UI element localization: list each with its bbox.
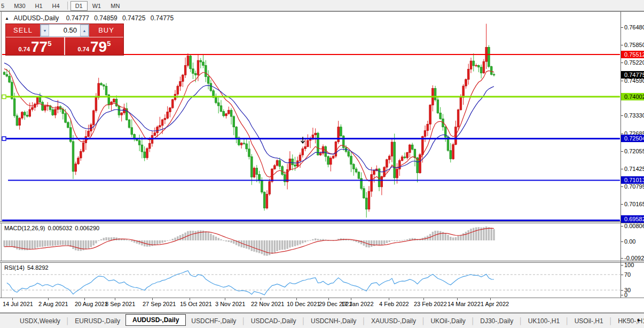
date-axis-tick [12, 298, 13, 300]
rsi-value: 54.8292 [27, 264, 49, 271]
tab-separator: │ [519, 317, 523, 325]
tab-scroll-arrows: ◄► [627, 317, 641, 323]
date-axis-tick [296, 298, 297, 300]
date-axis-label[interactable]: 23 Feb 2022 [414, 301, 447, 307]
sell-button[interactable]: SELL [6, 24, 40, 37]
timeframe-toolbar: 5M30H1H4D1W1MN [0, 0, 644, 11]
tab-audusd-daily[interactable]: AUDUSD-,Daily [125, 314, 186, 326]
ohlc-low: 0.74725 [122, 14, 145, 22]
tab-scroll-left-icon[interactable]: ◄ [627, 317, 632, 323]
tab-usdchf-daily[interactable]: USDCHF-,Daily [186, 315, 241, 327]
volume-decrease-icon[interactable]: ▼ [41, 25, 49, 36]
rsi-canvas[interactable] [2, 263, 621, 298]
buy-price-prefix: 0.74 [78, 46, 89, 52]
date-axis-label[interactable]: 17 Jan 2022 [341, 301, 374, 307]
macd-name: MACD(12,26,9) [4, 225, 45, 231]
tab-eurusd-daily[interactable]: EURUSD-,Daily [69, 315, 125, 327]
date-axis-tick [423, 298, 424, 300]
date-axis-tick [190, 298, 190, 300]
price-axis-label: 0.70165 [621, 200, 644, 208]
date-axis-label[interactable]: 8 Sep 2021 [105, 301, 135, 307]
date-axis-label[interactable]: 15 Oct 2021 [180, 301, 212, 307]
price-axis-label: 0.73330 [621, 112, 644, 119]
tab-usoil-h1[interactable]: USOil-,H1 [569, 315, 609, 327]
price-axis-label: 0.71425 [621, 165, 644, 173]
timeframe-button-w1[interactable]: W1 [88, 2, 106, 10]
tab-usdcnh-daily[interactable]: USDCNH-,Daily [305, 315, 362, 327]
date-axis-label[interactable]: 3 Nov 2021 [215, 301, 245, 307]
date-axis-tick [389, 298, 389, 300]
price-axis-label: 0.75220 [621, 59, 644, 66]
date-axis-tick [225, 298, 225, 300]
macd-value-main: 0.005032 [48, 225, 72, 231]
date-axis-label[interactable]: 27 Sep 2021 [143, 301, 176, 307]
sell-price[interactable]: 0.74 77 5 [6, 37, 64, 55]
symbol-tab-bar: USDX,Weekly│EURUSD-,DailyAUDUSD-,DailyUS… [0, 313, 644, 328]
date-axis-label[interactable]: 2 Aug 2021 [38, 301, 68, 307]
date-axis-tick [115, 298, 115, 300]
collapse-icon[interactable]: ▲ [5, 16, 9, 21]
date-axis-tick [328, 298, 329, 300]
date-axis-label[interactable]: 1 Apr 2022 [481, 301, 509, 307]
ohlc-open: 0.74777 [66, 14, 89, 22]
price-axis-label: 0.74590 [621, 77, 644, 84]
chart-macd-divider[interactable] [0, 221, 644, 223]
timeframe-button-mn[interactable]: MN [106, 2, 124, 10]
timeframe-button-h1[interactable]: H1 [30, 2, 48, 10]
price-axis-label-blue: 0.69582 [621, 215, 644, 223]
price-axis-label-green: 0.74002 [621, 93, 644, 100]
tab-dj30-daily[interactable]: DJ30-,Daily [475, 315, 519, 327]
price-axis-label: 0.75850 [621, 41, 644, 49]
tab-ukoil-daily[interactable]: UKOil-,Daily [425, 315, 470, 327]
toolbar-separator [67, 2, 68, 10]
tab-xauusd-daily[interactable]: XAUUSD-,Daily [366, 315, 421, 327]
volume-spinner: ▼ 0.50 ▲ [40, 24, 89, 37]
date-axis-label[interactable]: 22 Nov 2021 [251, 301, 284, 307]
date-axis-tick [152, 298, 153, 300]
volume-input[interactable]: 0.50 [49, 25, 80, 36]
ohlc-high: 0.74859 [94, 14, 117, 22]
timeframe-button-5[interactable]: 5 [0, 2, 9, 10]
date-axis-label[interactable]: 10 Dec 2021 [287, 301, 320, 307]
tab-separator: │ [471, 317, 475, 325]
rsi-axis-label: 70 [621, 271, 644, 278]
date-axis-tick [84, 298, 85, 300]
tab-scroll-right-icon[interactable]: ► [637, 317, 641, 323]
buy-price-big: 79 [90, 40, 107, 54]
price-axis-label: 0.76480 [621, 24, 644, 31]
rsi-axis-label: 0 [621, 291, 644, 299]
date-axis-tick [261, 298, 261, 300]
timeframe-button-d1[interactable]: D1 [70, 1, 88, 11]
sell-price-prefix: 0.74 [19, 46, 30, 52]
line-handle[interactable] [2, 137, 6, 140]
buy-button[interactable]: BUY [89, 24, 123, 37]
tab-separator: │ [66, 317, 70, 325]
date-axis-label[interactable]: 14 Jul 2021 [3, 301, 33, 307]
price-axis-label-red: 0.75512 [621, 51, 644, 58]
date-axis-label[interactable]: 4 Feb 2022 [379, 301, 409, 307]
ohlc-close: 0.74775 [151, 14, 174, 22]
tab-separator: │ [241, 317, 246, 325]
tab-uk100-h1[interactable]: UK100-,H1 [523, 315, 565, 327]
buy-price[interactable]: 0.74 79 5 [65, 37, 123, 55]
macd-axis-label: 0.00 [621, 238, 644, 245]
macd-value-signal: 0.006290 [75, 225, 99, 231]
tab-separator: │ [609, 317, 613, 325]
timeframe-button-h4[interactable]: H4 [48, 2, 65, 10]
rsi-name: RSI(14) [4, 264, 25, 271]
macd-rsi-divider[interactable] [0, 261, 644, 263]
tab-usdx-weekly[interactable]: USDX,Weekly [14, 315, 66, 327]
price-axis-label: 0.72055 [621, 147, 644, 155]
date-axis-label[interactable]: 14 Mar 2022 [447, 301, 481, 307]
tab-usdcad-daily[interactable]: USDCAD-,Daily [246, 315, 302, 327]
date-axis-label[interactable]: 20 Aug 2021 [75, 301, 108, 307]
buy-price-sup: 5 [107, 40, 111, 48]
timeframe-button-m30[interactable]: M30 [9, 2, 30, 10]
line-handle[interactable] [2, 95, 6, 99]
chart-symbol-title: AUDUSD-,Daily [14, 14, 59, 22]
mt4-window: 5M30H1H4D1W1MN ▲ AUDUSD-,Daily 0.74777 0… [0, 0, 644, 328]
volume-increase-icon[interactable]: ▲ [80, 25, 89, 36]
tab-separator: │ [565, 317, 569, 325]
date-axis-tick [490, 298, 491, 300]
tab-separator: │ [421, 317, 426, 325]
